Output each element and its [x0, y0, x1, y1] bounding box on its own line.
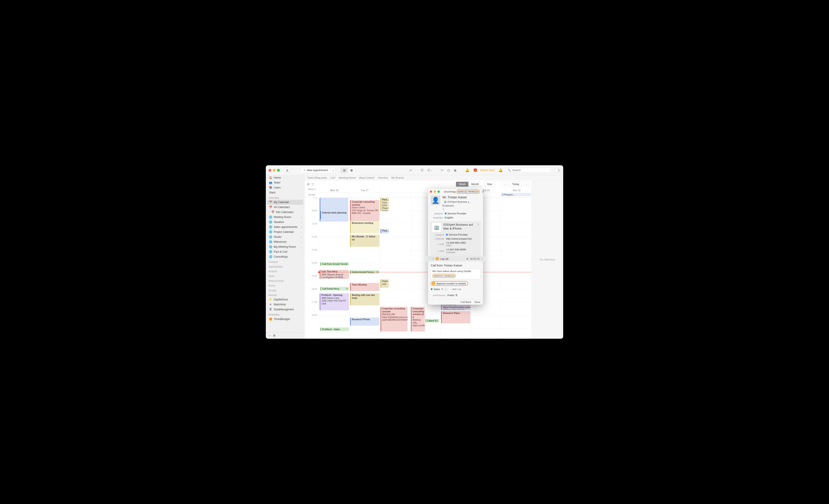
calendar-event[interactable]: Call: Tom Hens6045 Slauson AvenueLos Ang…	[320, 270, 349, 279]
allday-event[interactable]: Pfingstso...	[502, 193, 531, 196]
new-appointment-button[interactable]: ＋ New Appointment	[300, 167, 330, 173]
tab-item[interactable]: Blog Content	[359, 176, 374, 179]
day-sun[interactable]	[501, 198, 532, 339]
tasks-header[interactable]: Tasks	[266, 274, 304, 278]
play-icon[interactable]: ▶	[467, 257, 469, 260]
tab-item[interactable]: My Boards	[391, 176, 404, 179]
close-icon[interactable]	[430, 190, 432, 193]
tab-item[interactable]: Meeting Room	[339, 176, 356, 179]
calendar-event[interactable]: Call from Arnold Torres	[320, 262, 349, 266]
minimize-icon[interactable]	[273, 169, 276, 172]
note-textarea[interactable]: We have talked about using Daylite. 0049…	[431, 268, 480, 279]
back-icon[interactable]: ↩	[408, 168, 413, 172]
org-chip[interactable]: 🏢 iOSXpert Business a...	[442, 200, 472, 204]
zoom-icon[interactable]	[277, 169, 280, 172]
notification-bell-icon[interactable]: 🔔	[498, 168, 504, 172]
cal-all[interactable]: 📅All Calendars	[266, 205, 304, 210]
tag-sales[interactable]: Sales ⇅	[431, 288, 443, 291]
today-button[interactable]: Today	[510, 181, 522, 187]
calendar-event[interactable]: Team Meeting	[350, 283, 380, 291]
view-grid-icon[interactable]: ▦	[348, 168, 355, 173]
website-link[interactable]: http://www.iosxpert.biz	[446, 237, 479, 240]
scissors-icon[interactable]: ✂	[440, 168, 444, 172]
gear-icon[interactable]: ⚙	[307, 182, 310, 186]
contacts-header[interactable]: Contacts	[266, 259, 304, 264]
append-number-row[interactable]: ✓ Append number to details	[431, 281, 468, 286]
calendar-event[interactable]: Corporate consulting session pt 2Meeting…	[411, 307, 425, 331]
day-wed[interactable]: Paul...ZoorschePleasbusinPaul...Consesti…	[380, 198, 410, 339]
calendar-event[interactable]: Profitech - Sales	[320, 327, 349, 331]
view-list-icon[interactable]: ▤	[340, 168, 348, 173]
dial-icon[interactable]: ◉	[453, 168, 458, 172]
calendar-event[interactable]: Paul...ZoorschePleasbusin	[381, 198, 389, 211]
report-datamgmt[interactable]: 🗄DataManagment	[266, 307, 304, 312]
calendar-event[interactable]: Call Paula Perry	[320, 287, 349, 290]
calendar-event[interactable]: Paul...	[381, 229, 389, 233]
add-icon[interactable]: ＋	[268, 334, 271, 337]
search-field[interactable]: 🔍	[506, 168, 550, 173]
minimize-icon[interactable]	[434, 190, 436, 193]
view-week[interactable]: Week	[456, 182, 468, 187]
calendar-event[interactable]: Mrs Brooks - 3. follow up	[350, 235, 380, 247]
cal-consultings[interactable]: 🌐Consultings	[266, 254, 304, 259]
calendar-event[interactable]: Research PTools	[350, 318, 380, 326]
add-tag-button[interactable]: ＋	[444, 287, 448, 291]
cal-big-meeting[interactable]: 🌐Big Meeting Room⏚	[266, 244, 304, 249]
close-icon[interactable]	[268, 169, 271, 172]
calendar-event[interactable]: Meeting with new dev head	[350, 293, 380, 305]
sidebar-toggle-icon[interactable]: ◧	[284, 168, 291, 173]
mini-calendar-icon[interactable]: ▦	[273, 334, 276, 337]
tab-item[interactable]: Carl	[330, 176, 335, 179]
toggle-icon[interactable]: ⊘	[481, 190, 484, 193]
notes-header[interactable]: Notes & Email	[266, 278, 304, 283]
right-panel-toggle-icon[interactable]	[554, 168, 561, 173]
filter-icon[interactable]: ▽	[312, 182, 314, 186]
permissions-select[interactable]: Public ⇅	[447, 294, 480, 297]
phone-user-icon[interactable]: ✆₊	[426, 168, 433, 172]
append-checkbox[interactable]: ✓	[432, 282, 435, 285]
phone-icon[interactable]: ✆	[420, 168, 425, 172]
call-back-button[interactable]: Call Back	[460, 301, 471, 303]
day-tue[interactable]: Corporate consulting sessionEaton Centre…	[349, 198, 380, 339]
view-year[interactable]: Year	[484, 182, 495, 187]
view-month[interactable]: Month	[468, 182, 481, 187]
zoom-icon[interactable]	[437, 190, 440, 193]
report-daylitedocs[interactable]: 📁DayliteDocs	[266, 297, 304, 302]
calendar-event[interactable]: Corporate consulting sessionMeeting URL:…	[381, 307, 407, 331]
nav-home[interactable]: 🏠Home	[266, 175, 304, 180]
chevron-right-icon[interactable]: ›	[473, 200, 476, 203]
tab-item[interactable]: Overdue	[378, 176, 388, 179]
remove-icon[interactable]: ⊖	[481, 257, 483, 260]
calendar-grid[interactable]: 9:0010:0011:0012:0013:0014:0015:0016:001…	[304, 198, 532, 339]
cal-project[interactable]: 🌐Project Calendar⏚	[266, 229, 304, 235]
gift-icon[interactable]: 🎁	[472, 168, 478, 172]
forms-header[interactable]: Forms	[266, 283, 304, 288]
groups-header[interactable]: Groups	[266, 288, 304, 292]
cal-meeting-room[interactable]: 🌐Meeting Room⏚	[266, 215, 304, 220]
cal-milestones[interactable]: 🌐Milestones⏚	[266, 240, 304, 244]
cal-studio[interactable]: 🌐Studio⏚	[266, 235, 304, 240]
whats-new-link[interactable]: What's New	[480, 169, 495, 172]
calendar-event[interactable]: Consestir	[381, 279, 389, 288]
opportunities-header[interactable]: Opportunities	[266, 264, 304, 269]
alert-bell-icon[interactable]: 🔔	[464, 168, 470, 172]
remove-icon[interactable]: ⊖	[477, 223, 479, 226]
add-link-button[interactable]: + Add Link	[448, 287, 463, 291]
calendar-event[interactable]: Internal week planning	[320, 211, 348, 219]
calendar-event[interactable]: Resource Plans	[441, 311, 470, 323]
day-mon[interactable]: Internal week planningCall from Arnold T…	[319, 198, 349, 339]
remove-icon[interactable]: ⊖	[442, 208, 480, 211]
next-button[interactable]: ›	[524, 182, 529, 187]
log-checkbox[interactable]: ✓	[436, 257, 439, 260]
calendar-event[interactable]: Profitech - Opening4668 Deans Lane10011 …	[320, 293, 349, 310]
cal-my-calendar[interactable]: 📅My Calendar	[267, 200, 303, 205]
nav-learn[interactable]: 📚Learn	[266, 185, 304, 190]
calendar-event[interactable]: Corporate consulting sessionEaton Centre…	[350, 200, 380, 221]
save-button[interactable]: Save	[474, 301, 480, 303]
webmap-timebudget[interactable]: 🟠Time&Budget	[266, 317, 304, 322]
cal-sales[interactable]: 🌐Sales appointments⏚	[266, 224, 304, 229]
calendar-event[interactable]: Called S...	[426, 319, 439, 323]
cal-info[interactable]: ›📅Info Calendars	[266, 210, 304, 215]
new-appointment-dropdown[interactable]: ⌄	[330, 167, 336, 173]
cal-paul-carl[interactable]: 🌐Paul & Carl	[266, 249, 304, 254]
